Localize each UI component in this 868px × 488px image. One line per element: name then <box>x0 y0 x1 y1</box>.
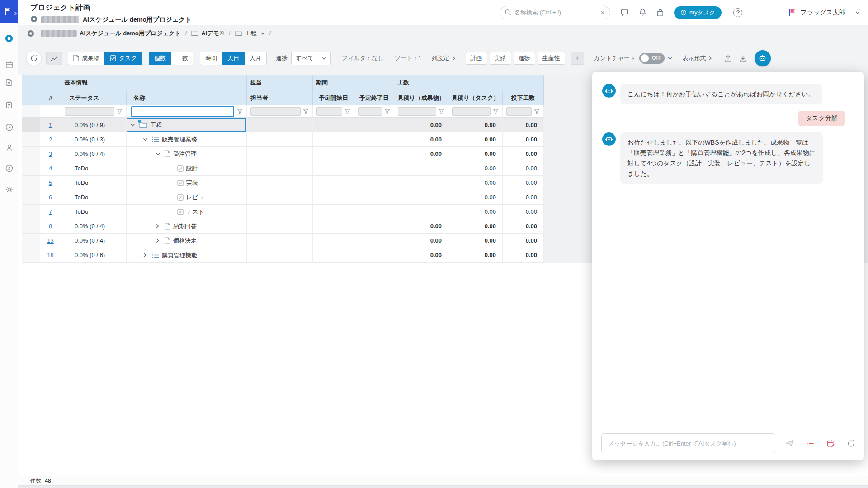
person-month-toggle-button[interactable]: 人月 <box>244 52 267 65</box>
row-number-link[interactable]: 8 <box>49 223 52 230</box>
actual-button[interactable]: 実績 <box>490 52 511 65</box>
row-select-cell[interactable] <box>22 176 40 190</box>
table-row[interactable]: 80.0% (0 / 4)納期回答0.000.000.00 <box>22 219 543 234</box>
name-cell[interactable]: 価格決定 <box>127 234 247 248</box>
name-cell[interactable]: 販売管理業務 <box>127 132 247 147</box>
expand-chevron-icon[interactable] <box>156 152 165 156</box>
bag-icon[interactable] <box>656 9 664 17</box>
gantt-chevron-icon[interactable] <box>668 56 672 60</box>
refresh-button[interactable] <box>26 51 42 66</box>
table-row[interactable]: 6ToDoレビュー0.000.00 <box>22 190 543 205</box>
calendar-edit-icon[interactable] <box>826 439 835 448</box>
send-icon[interactable] <box>785 439 794 448</box>
breadcrumb-dropdown-chevron-icon[interactable] <box>260 32 265 35</box>
breadcrumb-folder1-link[interactable]: AIデモ① <box>201 29 224 38</box>
header-est-deliverable[interactable]: 見積り（成果物） <box>394 91 448 105</box>
breadcrumb-project-link[interactable]: AIスケジュール demo用プロジェクト <box>80 29 181 38</box>
filter-end-date-input[interactable] <box>358 107 382 116</box>
sidebar-item-home[interactable] <box>0 33 18 44</box>
filter-funnel-icon[interactable] <box>237 108 243 114</box>
row-select-cell[interactable] <box>22 147 40 161</box>
search-input[interactable] <box>514 9 600 16</box>
filter-est-task-input[interactable] <box>452 107 491 116</box>
task-list-icon[interactable] <box>806 440 815 447</box>
sidebar-item-clipboard[interactable] <box>0 99 18 110</box>
name-cell[interactable]: 設計 <box>127 161 247 176</box>
filter-status-input[interactable] <box>65 107 114 116</box>
sidebar-item-user[interactable] <box>0 142 18 153</box>
add-view-button[interactable]: + <box>571 52 584 65</box>
name-cell[interactable]: 購買管理機能 <box>127 248 247 263</box>
chat-refresh-icon[interactable] <box>847 439 855 448</box>
table-row[interactable]: 20.0% (0 / 3)販売管理業務0.000.000.00 <box>22 132 543 147</box>
filter-invested-input[interactable] <box>506 107 532 116</box>
filter-assignee-input[interactable] <box>250 107 301 116</box>
row-number-link[interactable]: 3 <box>49 150 52 157</box>
row-number-link[interactable]: 7 <box>49 208 52 215</box>
row-select-cell[interactable] <box>22 190 40 205</box>
name-cell[interactable]: 納期回答 <box>127 219 247 234</box>
app-logo[interactable] <box>0 0 18 23</box>
progress-button[interactable]: 進捗 <box>514 52 535 65</box>
header-start-date[interactable]: 予定開始日 <box>313 91 354 105</box>
table-row[interactable]: 7ToDoテスト0.000.00 <box>22 205 543 219</box>
filter-funnel-icon[interactable] <box>117 108 123 114</box>
filter-funnel-icon[interactable] <box>303 108 309 114</box>
productivity-button[interactable]: 生産性 <box>538 52 565 65</box>
effort-toggle-button[interactable]: 工数 <box>171 52 193 65</box>
table-row[interactable]: 130.0% (0 / 4)価格決定0.000.000.00 <box>22 234 543 248</box>
sidebar-item-calendar[interactable] <box>0 59 18 70</box>
ai-assistant-button[interactable] <box>755 50 771 66</box>
filter-funnel-icon[interactable] <box>534 108 540 114</box>
search-box[interactable] <box>500 6 610 19</box>
clear-search-icon[interactable] <box>600 10 605 15</box>
name-cell[interactable]: テスト <box>127 205 247 219</box>
plan-button[interactable]: 計画 <box>466 52 487 65</box>
chat-input[interactable] <box>601 433 775 453</box>
expand-chevron-icon[interactable] <box>143 253 152 258</box>
table-row[interactable]: 30.0% (0 / 4)受注管理0.000.000.00 <box>22 147 543 161</box>
header-invested[interactable]: 投下工数 <box>503 91 544 105</box>
gantt-toggle[interactable]: OFF <box>639 53 665 64</box>
sidebar-item-clock[interactable] <box>0 122 18 132</box>
row-select-cell[interactable] <box>22 219 40 234</box>
row-number-link[interactable]: 1 <box>49 122 52 128</box>
bell-icon[interactable] <box>639 8 646 17</box>
sidebar-expand-icon[interactable] <box>14 9 17 18</box>
row-number-link[interactable]: 4 <box>49 165 52 172</box>
table-row[interactable]: 5ToDo実装0.000.00 <box>22 176 543 190</box>
row-select-cell[interactable] <box>22 118 40 132</box>
display-format-button[interactable]: 表示形式 <box>682 54 712 62</box>
expand-chevron-icon[interactable] <box>156 238 165 243</box>
filter-funnel-icon[interactable] <box>439 108 444 114</box>
filter-est-deliverable-input[interactable] <box>398 107 436 116</box>
name-cell[interactable]: 実装 <box>127 176 247 190</box>
sort-status-text[interactable]: ソート：1 <box>395 54 422 62</box>
name-cell[interactable]: 受注管理 <box>127 147 247 161</box>
sidebar-item-document[interactable] <box>0 77 18 88</box>
filter-funnel-icon[interactable] <box>384 108 390 114</box>
row-select-cell[interactable] <box>22 234 40 248</box>
sidebar-item-finance[interactable]: $ <box>0 163 18 174</box>
expand-chevron-icon[interactable] <box>156 224 165 229</box>
row-number-link[interactable]: 5 <box>49 179 52 186</box>
header-est-task[interactable]: 見積り（タスク） <box>448 91 503 105</box>
expand-chevron-icon[interactable] <box>143 137 152 141</box>
user-menu-chevron-icon[interactable] <box>855 11 860 14</box>
task-toggle-button[interactable]: タスク <box>104 52 142 65</box>
row-number-link[interactable]: 2 <box>49 136 52 143</box>
filter-funnel-icon[interactable] <box>493 108 499 114</box>
table-row[interactable]: 4ToDo設計0.000.00 <box>22 161 543 176</box>
progress-filter-select[interactable]: すべて <box>291 52 331 65</box>
filter-name-input[interactable] <box>131 106 234 117</box>
download-icon[interactable] <box>739 54 747 62</box>
filter-status-text[interactable]: フィルタ：なし <box>342 54 384 62</box>
header-assignee[interactable]: 担当者 <box>247 91 313 105</box>
count-toggle-button[interactable]: 個数 <box>149 52 171 65</box>
person-day-toggle-button[interactable]: 人日 <box>222 52 245 65</box>
header-end-date[interactable]: 予定終了日 <box>354 91 394 105</box>
column-settings-button[interactable]: 列設定 <box>432 54 456 62</box>
row-select-cell[interactable] <box>22 132 40 147</box>
hour-toggle-button[interactable]: 時間 <box>200 52 222 65</box>
row-select-cell[interactable] <box>22 248 40 263</box>
